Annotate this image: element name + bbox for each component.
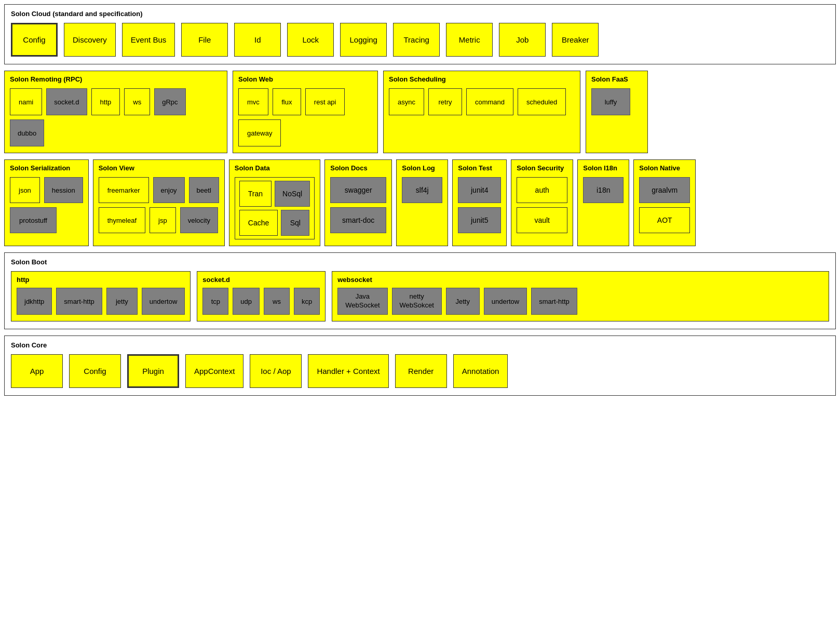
- security-auth[interactable]: auth: [517, 177, 567, 203]
- boot-kcp[interactable]: kcp: [294, 288, 320, 315]
- remoting-socketd[interactable]: socket.d: [46, 88, 87, 115]
- web-title: Solon Web: [238, 75, 372, 83]
- security-vault[interactable]: vault: [517, 207, 567, 233]
- boot-undertow[interactable]: undertow: [142, 288, 185, 315]
- cloud-item-job[interactable]: Job: [499, 23, 546, 57]
- solon-core-title: Solon Core: [11, 341, 829, 349]
- view-jsp[interactable]: jsp: [150, 207, 176, 233]
- boot-ws[interactable]: ws: [264, 288, 290, 315]
- boot-udp[interactable]: udp: [233, 288, 260, 315]
- core-items-row: App Config Plugin AppContext Ioc / Aop H…: [11, 354, 829, 388]
- scheduling-retry[interactable]: retry: [428, 88, 462, 115]
- docs-swagger[interactable]: swagger: [330, 177, 386, 203]
- ser-hession[interactable]: hession: [44, 177, 83, 203]
- data-cache[interactable]: Cache: [239, 210, 278, 236]
- web-mvc[interactable]: mvc: [238, 88, 268, 115]
- web-flux[interactable]: flux: [273, 88, 301, 115]
- data-sql[interactable]: Sql: [281, 210, 309, 236]
- view-enjoy[interactable]: enjoy: [153, 177, 185, 203]
- data-tran[interactable]: Tran: [239, 181, 272, 207]
- core-render[interactable]: Render: [395, 354, 447, 388]
- core-handler-context[interactable]: Handler + Context: [308, 354, 388, 388]
- boot-java-websocket[interactable]: JavaWebSocket: [337, 288, 387, 315]
- remoting-nami[interactable]: nami: [10, 88, 42, 115]
- cloud-item-breaker[interactable]: Breaker: [552, 23, 599, 57]
- log-section: Solon Log slf4j: [396, 159, 448, 246]
- faas-section: Solon FaaS luffy: [586, 71, 648, 153]
- boot-jdkhttp[interactable]: jdkhttp: [17, 288, 52, 315]
- core-config[interactable]: Config: [69, 354, 121, 388]
- boot-websocket-items: JavaWebSocket nettyWebSokcet Jetty under…: [337, 288, 823, 315]
- solon-cloud-section: Solon Cloud (standard and specification)…: [4, 4, 836, 64]
- scheduling-command[interactable]: command: [466, 88, 513, 115]
- core-app[interactable]: App: [11, 354, 63, 388]
- cloud-item-id[interactable]: Id: [234, 23, 281, 57]
- scheduling-async[interactable]: async: [389, 88, 424, 115]
- web-section: Solon Web mvc flux rest api gateway: [233, 71, 378, 153]
- test-section: Solon Test junit4 junit5: [452, 159, 507, 246]
- cloud-item-lock[interactable]: Lock: [287, 23, 334, 57]
- i18n-section: Solon I18n i18n: [577, 159, 629, 246]
- solon-cloud-title: Solon Cloud (standard and specification): [11, 10, 829, 18]
- boot-jetty[interactable]: jetty: [106, 288, 138, 315]
- data-title: Solon Data: [235, 164, 315, 172]
- docs-section: Solon Docs swagger smart-doc: [324, 159, 392, 246]
- test-junit5[interactable]: junit5: [458, 207, 501, 233]
- view-thymeleaf[interactable]: thymeleaf: [99, 207, 145, 233]
- remoting-dubbo[interactable]: dubbo: [10, 119, 44, 146]
- web-restapi[interactable]: rest api: [305, 88, 345, 115]
- faas-luffy[interactable]: luffy: [591, 88, 630, 115]
- data-row1: Tran NoSql: [239, 181, 310, 207]
- boot-socketd-items: tcp udp ws kcp: [202, 288, 320, 315]
- remoting-ws[interactable]: ws: [124, 88, 150, 115]
- boot-netty-websokcet[interactable]: nettyWebSokcet: [392, 288, 442, 315]
- ser-protostuff[interactable]: protostuff: [10, 207, 57, 233]
- boot-inner-row: http jdkhttp smart-http jetty undertow s…: [11, 271, 829, 321]
- boot-smart-http[interactable]: smart-http: [56, 288, 102, 315]
- boot-ws-smart-http[interactable]: smart-http: [531, 288, 577, 315]
- boot-ws-jetty[interactable]: Jetty: [446, 288, 480, 315]
- cloud-item-file[interactable]: File: [181, 23, 228, 57]
- i18n-i18n[interactable]: i18n: [583, 177, 624, 203]
- boot-ws-undertow[interactable]: undertow: [484, 288, 527, 315]
- data-nosql[interactable]: NoSql: [275, 181, 310, 207]
- remoting-grpc[interactable]: gRpc: [154, 88, 185, 115]
- native-graalvm[interactable]: graalvm: [639, 177, 690, 203]
- core-annotation[interactable]: Annotation: [453, 354, 508, 388]
- core-ioc-aop[interactable]: Ioc / Aop: [250, 354, 302, 388]
- serialization-title: Solon Serialization: [10, 164, 83, 172]
- cloud-item-logging[interactable]: Logging: [340, 23, 387, 57]
- scheduling-title: Solon Scheduling: [389, 75, 575, 83]
- web-items: mvc flux rest api gateway: [238, 88, 372, 146]
- view-freemarker[interactable]: freemarker: [99, 177, 149, 203]
- boot-tcp[interactable]: tcp: [202, 288, 228, 315]
- remoting-items: nami socket.d http ws gRpc dubbo: [10, 88, 222, 146]
- serialization-section: Solon Serialization json hession protost…: [4, 159, 89, 246]
- test-junit4[interactable]: junit4: [458, 177, 501, 203]
- view-beetl[interactable]: beetl: [189, 177, 219, 203]
- boot-socketd-label: socket.d: [202, 276, 320, 284]
- boot-http-items: jdkhttp smart-http jetty undertow: [17, 288, 185, 315]
- cloud-item-eventbus[interactable]: Event Bus: [122, 23, 175, 57]
- view-row2: thymeleaf jsp velocity: [99, 207, 219, 233]
- log-slf4j[interactable]: slf4j: [402, 177, 442, 203]
- cloud-item-config[interactable]: Config: [11, 23, 58, 57]
- boot-title: Solon Boot: [11, 258, 829, 266]
- ser-json[interactable]: json: [10, 177, 40, 203]
- cloud-item-discovery[interactable]: Discovery: [64, 23, 116, 57]
- native-section: Solon Native graalvm AOT: [633, 159, 696, 246]
- remoting-http[interactable]: http: [91, 88, 120, 115]
- web-gateway[interactable]: gateway: [238, 119, 281, 146]
- cloud-item-metric[interactable]: Metric: [446, 23, 493, 57]
- core-appcontext[interactable]: AppContext: [185, 354, 243, 388]
- core-plugin[interactable]: Plugin: [127, 354, 179, 388]
- serialization-row1: json hession: [10, 177, 83, 203]
- row2-sections: Solon Remoting (RPC) nami socket.d http …: [4, 71, 836, 153]
- docs-smartdoc[interactable]: smart-doc: [330, 207, 386, 233]
- serialization-row2: protostuff: [10, 207, 83, 233]
- scheduling-scheduled[interactable]: scheduled: [518, 88, 566, 115]
- native-aot[interactable]: AOT: [639, 207, 690, 233]
- security-title: Solon Security: [517, 164, 567, 172]
- cloud-item-tracing[interactable]: Tracing: [393, 23, 440, 57]
- view-velocity[interactable]: velocity: [180, 207, 218, 233]
